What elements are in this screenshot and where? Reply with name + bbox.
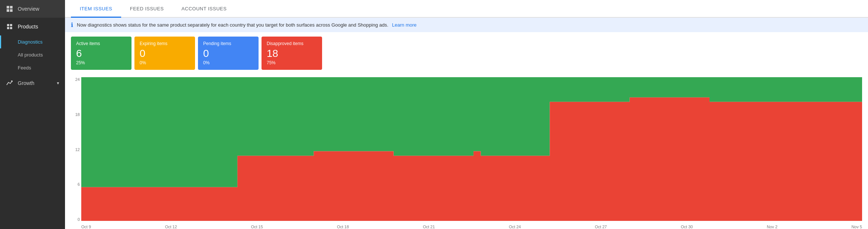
tab-item-issues[interactable]: ITEM ISSUES [71,0,121,18]
svg-rect-5 [10,24,12,26]
sidebar-item-feeds[interactable]: Feeds [0,61,65,74]
chevron-down-icon: ▾ [57,81,59,86]
chart-container: 24 18 12 6 0 [71,77,862,229]
x-label-nov5: Nov 5 [851,225,862,229]
tab-account-issues[interactable]: ACCOUNT ISSUES [172,0,235,18]
x-axis-labels: Oct 9 Oct 12 Oct 15 Oct 18 Oct 21 Oct 24… [81,225,862,229]
tabs-bar: ITEM ISSUES FEED ISSUES ACCOUNT ISSUES [65,0,868,18]
overview-icon [6,5,13,13]
x-label-oct15: Oct 15 [251,225,263,229]
svg-rect-1 [10,6,13,8]
card-pending-label: Pending items [203,41,253,46]
svg-rect-7 [10,27,12,29]
y-label-18: 18 [71,112,80,117]
x-label-nov2: Nov 2 [767,225,778,229]
sidebar-item-growth[interactable]: Growth ▾ [0,74,65,92]
sidebar-feeds-label: Feeds [18,65,31,71]
card-active-number: 6 [76,48,126,59]
info-icon: ℹ [71,21,73,28]
banner-text: Now diagnostics shows status for the sam… [77,22,388,28]
card-active[interactable]: Active items 6 25% [71,37,131,70]
sidebar-overview-label: Overview [18,6,39,12]
card-disapproved[interactable]: Disapproved items 18 75% [262,37,322,70]
card-active-percent: 25% [76,60,126,65]
x-label-oct12: Oct 12 [165,225,177,229]
sidebar: Overview Products Diagnostics All produc… [0,0,65,229]
x-label-oct21: Oct 21 [423,225,435,229]
sidebar-diagnostics-label: Diagnostics [18,39,42,45]
x-label-oct18: Oct 18 [337,225,349,229]
svg-rect-2 [7,9,9,12]
sidebar-growth-label: Growth [18,80,34,86]
card-expiring[interactable]: Expiring items 0 0% [134,37,195,70]
card-pending-percent: 0% [203,60,253,65]
y-axis-labels: 24 18 12 6 0 [71,77,80,222]
chart-svg [81,77,862,221]
svg-rect-0 [7,6,9,8]
status-cards: Active items 6 25% Expiring items 0 0% P… [65,32,868,74]
sidebar-item-overview[interactable]: Overview [0,0,65,18]
card-expiring-label: Expiring items [140,41,190,46]
card-active-label: Active items [76,41,126,46]
sidebar-item-all-products[interactable]: All products [0,48,65,61]
y-label-24: 24 [71,77,80,82]
tab-feed-issues[interactable]: FEED ISSUES [121,0,172,18]
products-icon [6,23,13,30]
sidebar-all-products-label: All products [18,52,43,58]
sidebar-products-label: Products [18,24,38,30]
chart-area: 24 18 12 6 0 [65,74,868,229]
main-content: ITEM ISSUES FEED ISSUES ACCOUNT ISSUES ℹ… [65,0,868,229]
card-pending[interactable]: Pending items 0 0% [198,37,259,70]
card-disapproved-label: Disapproved items [267,41,317,46]
x-label-oct30: Oct 30 [681,225,693,229]
svg-rect-4 [7,24,9,26]
x-label-oct27: Oct 27 [595,225,606,229]
card-expiring-percent: 0% [140,60,190,65]
y-label-0: 0 [71,217,80,222]
card-pending-number: 0 [203,48,253,59]
growth-left: Growth [6,79,34,87]
card-disapproved-number: 18 [267,48,317,59]
y-label-12: 12 [71,147,80,152]
sidebar-item-diagnostics[interactable]: Diagnostics [0,35,65,48]
learn-more-link[interactable]: Learn more [392,22,416,28]
growth-icon [6,79,13,87]
card-disapproved-percent: 75% [267,60,317,65]
svg-rect-6 [7,27,9,29]
x-label-oct24: Oct 24 [509,225,521,229]
info-banner: ℹ Now diagnostics shows status for the s… [65,18,868,32]
card-expiring-number: 0 [140,48,190,59]
y-label-6: 6 [71,182,80,187]
svg-rect-3 [10,9,13,12]
x-label-oct9: Oct 9 [81,225,91,229]
sidebar-products-section: Products [0,18,65,35]
